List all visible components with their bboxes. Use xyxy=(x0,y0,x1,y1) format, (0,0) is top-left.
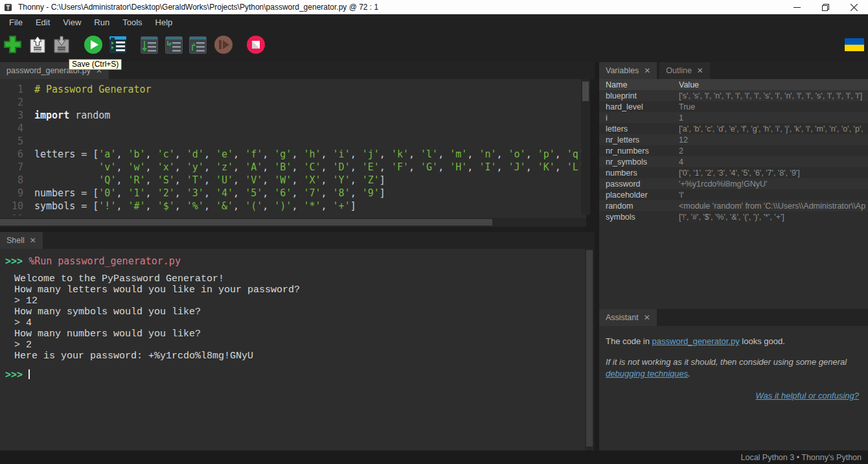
column-header-value[interactable]: Value xyxy=(679,80,699,89)
shell-prompt: >>> xyxy=(5,369,29,380)
variable-row[interactable]: hard_levelTrue xyxy=(599,101,868,112)
code-text: 'Q', 'R', 'S', 'T', 'U', 'V', 'W', 'X', … xyxy=(25,174,385,187)
minimize-button[interactable] xyxy=(782,0,811,14)
line-number: 8 xyxy=(0,174,25,187)
code-editor[interactable]: 1# Password Generator23import random456l… xyxy=(0,79,586,224)
line-number: 6 xyxy=(0,148,25,161)
assistant-message: The code in password_generator.py looks … xyxy=(606,336,859,346)
debugging-techniques-link[interactable]: debugging techniques xyxy=(606,369,688,378)
close-button[interactable] xyxy=(839,0,868,14)
code-line[interactable]: 2 xyxy=(0,96,586,109)
code-line[interactable]: 11 xyxy=(0,213,586,215)
text-cursor[interactable] xyxy=(29,369,30,379)
code-line[interactable]: 6letters = ['a', 'b', 'c', 'd', 'e', 'f'… xyxy=(0,148,586,161)
statusbar: Local Python 3 • Thonny's Python xyxy=(0,450,868,464)
variable-value: <module 'random' from 'C:\\Users\\Admini… xyxy=(679,202,868,211)
shell-vertical-scrollbar[interactable] xyxy=(585,249,594,450)
menu-file[interactable]: File xyxy=(3,16,29,29)
variable-row[interactable]: placeholder'l' xyxy=(599,189,868,200)
tab-close-icon[interactable]: ✕ xyxy=(644,67,650,75)
shell-line: How many numbers would you like? xyxy=(5,329,586,340)
code-line[interactable]: 9numbers = ['0', '1', '2', '3', '4', '5'… xyxy=(0,187,586,200)
shell-line: >>> xyxy=(5,369,586,380)
line-number: 3 xyxy=(0,109,25,122)
line-number: 10 xyxy=(0,200,25,213)
variable-row[interactable]: random<module 'random' from 'C:\\Users\\… xyxy=(599,200,868,211)
shell-line: How many symbols would you like? xyxy=(5,307,586,318)
tab-variables[interactable]: Variables✕ xyxy=(599,62,657,79)
code-line[interactable]: 7 'v', 'w', 'x', 'y', 'z', 'A', 'B', 'C'… xyxy=(0,161,586,174)
step-over-button[interactable] xyxy=(141,36,158,54)
tab-label: Assistant xyxy=(606,313,639,322)
menu-edit[interactable]: Edit xyxy=(29,16,56,29)
feedback-link[interactable]: Was it helpful or confusing? xyxy=(756,391,859,400)
editor-horizontal-scrollbar[interactable] xyxy=(0,218,586,227)
shell-tabstrip: Shell ✕ xyxy=(0,232,595,249)
variable-name: nr_symbols xyxy=(599,157,679,167)
new-file-button[interactable] xyxy=(3,35,22,54)
debug-button[interactable] xyxy=(109,36,127,54)
variable-row[interactable]: password'+%y1rcdo%l8mg!GNyU' xyxy=(599,178,868,189)
shell-line: > 4 xyxy=(5,318,586,329)
variable-value: ['s', 's', 'l', 'n', 'l', 'l', 'l', 'l',… xyxy=(679,91,868,100)
variable-row[interactable]: i1 xyxy=(599,112,868,123)
variable-value: 4 xyxy=(679,157,868,167)
tab-label: Variables xyxy=(606,66,639,75)
stop-button[interactable] xyxy=(246,35,266,54)
assistant-tabstrip: Assistant ✕ xyxy=(599,309,868,326)
code-line[interactable]: 10symbols = ['!', '#', '$', '%', '&', '(… xyxy=(0,200,586,213)
resume-button[interactable] xyxy=(214,35,233,54)
assistant-hint: If it is not working as it should, then … xyxy=(606,356,859,379)
menu-view[interactable]: View xyxy=(56,16,87,29)
variable-row[interactable]: nr_symbols4 xyxy=(599,156,868,167)
code-text: # Password Generator xyxy=(25,83,152,96)
code-area[interactable]: 1# Password Generator23import random456l… xyxy=(0,79,586,215)
variable-row[interactable]: letters['a', 'b', 'c', 'd', 'e', 'f', 'g… xyxy=(599,123,868,134)
save-file-button[interactable] xyxy=(53,36,70,54)
assistant-file-link[interactable]: password_generator.py xyxy=(652,336,740,346)
column-header-name[interactable]: Name xyxy=(599,80,679,89)
variables-header: Name Value xyxy=(599,79,868,90)
thonny-app-icon xyxy=(4,3,12,12)
shell-vscroll-thumb[interactable] xyxy=(586,250,593,447)
variable-row[interactable]: blueprint['s', 's', 'l', 'n', 'l', 'l', … xyxy=(599,90,868,101)
step-out-button[interactable] xyxy=(189,36,207,54)
editor-hscroll-thumb[interactable] xyxy=(0,219,492,226)
code-line[interactable]: 4 xyxy=(0,122,586,135)
tab-close-icon[interactable]: ✕ xyxy=(30,237,36,244)
run-button[interactable] xyxy=(84,35,103,54)
menu-tools[interactable]: Tools xyxy=(116,16,148,29)
code-text: import random xyxy=(25,109,110,122)
variable-row[interactable]: symbols['!', '#', '$', '%', '&', '(', ')… xyxy=(599,211,868,222)
code-line[interactable]: 1# Password Generator xyxy=(0,83,586,96)
code-line[interactable]: 8 'Q', 'R', 'S', 'T', 'U', 'V', 'W', 'X'… xyxy=(0,174,586,187)
step-into-button[interactable] xyxy=(165,36,183,54)
variable-row[interactable]: numbers['0', '1', '2', '3', '4', '5', '6… xyxy=(599,167,868,178)
assistant-feedback: Was it helpful or confusing? xyxy=(606,391,859,400)
variable-name: letters xyxy=(599,124,679,133)
shell-prompt: >>> xyxy=(5,255,29,267)
open-file-button[interactable] xyxy=(29,36,46,54)
editor-vertical-scrollbar[interactable] xyxy=(581,79,590,215)
tab-assistant[interactable]: Assistant ✕ xyxy=(599,309,657,326)
menu-run[interactable]: Run xyxy=(87,16,116,29)
code-line[interactable]: 5 xyxy=(0,135,586,148)
tab-shell[interactable]: Shell ✕ xyxy=(0,232,43,249)
variable-value: '+%y1rcdo%l8mg!GNyU' xyxy=(679,180,868,189)
variable-row[interactable]: nr_numbers2 xyxy=(599,145,868,156)
variables-tabstrip: Variables✕Outline✕ xyxy=(599,62,868,79)
interpreter-status[interactable]: Local Python 3 • Thonny's Python xyxy=(740,453,862,462)
menu-help[interactable]: Help xyxy=(149,16,179,29)
maximize-button[interactable] xyxy=(811,0,839,14)
variable-row[interactable]: nr_letters12 xyxy=(599,134,868,145)
editor-vscroll-thumb[interactable] xyxy=(582,82,589,101)
code-text: 'v', 'w', 'x', 'y', 'z', 'A', 'B', 'C', … xyxy=(25,161,586,174)
tab-close-icon[interactable]: ✕ xyxy=(697,67,703,75)
code-line[interactable]: 3import random xyxy=(0,109,586,122)
shell-pane[interactable]: >>> %Run password_generator.pyWelcome to… xyxy=(0,249,586,450)
thonny-window: Thonny - C:\Users\Administrator\Desktop\… xyxy=(0,0,868,464)
code-text: numbers = ['0', '1', '2', '3', '4', '5',… xyxy=(25,187,385,200)
tab-outline[interactable]: Outline✕ xyxy=(659,62,710,79)
tab-close-icon[interactable]: ✕ xyxy=(644,314,650,321)
code-text xyxy=(25,96,34,109)
